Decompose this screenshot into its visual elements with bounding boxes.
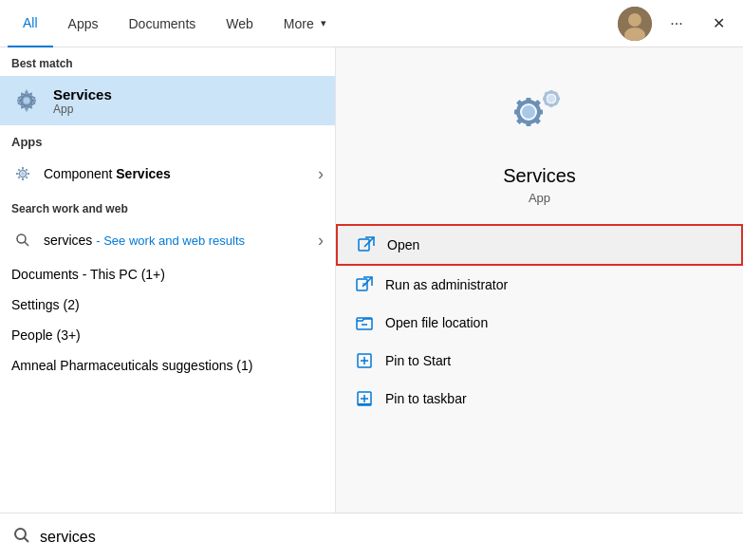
svg-rect-25 <box>549 103 552 107</box>
search-bar <box>0 513 743 560</box>
svg-line-21 <box>25 242 28 246</box>
component-services-text: Component Services <box>44 166 308 181</box>
svg-rect-24 <box>549 90 552 94</box>
documents-category-item[interactable]: Documents - This PC (1+) <box>0 259 335 289</box>
open-action-item[interactable]: Open <box>336 224 743 266</box>
right-panel: Services App Open <box>336 47 743 513</box>
svg-rect-26 <box>543 98 547 101</box>
detail-title: Services <box>503 165 576 187</box>
tab-web[interactable]: Web <box>211 0 269 47</box>
chevron-right-search-icon <box>318 231 324 251</box>
action-list: Open Run as administrator <box>336 224 743 418</box>
search-work-web-item[interactable]: services - See work and web results <box>0 221 335 259</box>
svg-point-1 <box>628 13 641 27</box>
svg-rect-13 <box>22 178 24 181</box>
open-file-location-label: Open file location <box>385 315 488 330</box>
settings-label: Settings (2) <box>11 297 324 312</box>
amneal-label: Amneal Pharmaceuticals suggestions (1) <box>11 358 324 373</box>
best-match-name: Services <box>53 86 112 103</box>
tab-apps[interactable]: Apps <box>53 0 114 47</box>
search-icon <box>11 229 34 252</box>
pin-to-taskbar-action-item[interactable]: Pin to taskbar <box>336 380 743 418</box>
avatar[interactable] <box>618 7 652 41</box>
nav-right: ··· ✕ <box>618 7 735 41</box>
svg-rect-18 <box>18 177 21 179</box>
search-input[interactable] <box>40 529 730 546</box>
svg-rect-14 <box>16 173 19 175</box>
open-label: Open <box>387 237 419 252</box>
pin-to-start-icon <box>355 351 374 370</box>
pin-to-start-action-item[interactable]: Pin to Start <box>336 342 743 380</box>
svg-point-33 <box>522 105 535 119</box>
open-file-location-action-item[interactable]: Open file location <box>336 304 743 342</box>
svg-rect-5 <box>26 91 28 94</box>
search-bar-icon <box>13 527 30 548</box>
detail-services-icon <box>502 76 578 152</box>
search-query-text: services - See work and web results <box>44 233 308 248</box>
svg-rect-35 <box>526 121 530 126</box>
settings-category-item[interactable]: Settings (2) <box>0 289 335 320</box>
svg-rect-46 <box>362 283 366 286</box>
svg-rect-36 <box>514 110 520 115</box>
component-services-icon <box>11 162 34 185</box>
svg-point-56 <box>15 529 26 539</box>
documents-label: Documents - This PC (1+) <box>11 267 324 282</box>
svg-rect-17 <box>26 169 28 172</box>
open-icon <box>357 235 376 254</box>
pin-to-start-label: Pin to Start <box>385 353 451 368</box>
svg-rect-27 <box>556 98 560 101</box>
run-as-admin-label: Run as administrator <box>385 277 508 292</box>
left-panel: Best match <box>0 47 336 513</box>
search-window: All Apps Documents Web More ▾ · <box>0 0 743 560</box>
close-button[interactable]: ✕ <box>701 7 735 41</box>
svg-rect-6 <box>26 107 28 110</box>
svg-point-20 <box>17 234 26 243</box>
svg-point-9 <box>24 98 30 104</box>
svg-point-11 <box>21 172 25 176</box>
best-match-label: Best match <box>0 47 335 76</box>
run-as-admin-action-item[interactable]: Run as administrator <box>336 266 743 304</box>
content-area: Best match <box>0 47 743 513</box>
nav-tabs: All Apps Documents Web More ▾ · <box>0 0 743 47</box>
component-services-item[interactable]: Component Services <box>0 155 335 193</box>
amneal-category-item[interactable]: Amneal Pharmaceuticals suggestions (1) <box>0 350 335 381</box>
svg-rect-42 <box>359 239 369 251</box>
svg-rect-19 <box>26 177 28 179</box>
open-file-location-icon <box>355 313 374 332</box>
svg-rect-8 <box>33 100 36 103</box>
apps-section-label: Apps <box>0 125 335 155</box>
run-as-admin-icon <box>355 275 374 294</box>
more-options-button[interactable]: ··· <box>659 7 694 41</box>
svg-rect-34 <box>526 98 530 103</box>
pin-to-taskbar-icon <box>355 389 374 408</box>
avatar-image <box>618 7 652 41</box>
tab-all[interactable]: All <box>8 0 53 47</box>
search-work-web-label: Search work and web <box>0 193 335 221</box>
tab-documents[interactable]: Documents <box>113 0 211 47</box>
chevron-right-icon <box>318 164 324 184</box>
svg-rect-15 <box>28 173 30 175</box>
svg-rect-47 <box>357 318 372 329</box>
chevron-down-icon: ▾ <box>321 17 326 29</box>
people-label: People (3+) <box>11 327 324 343</box>
svg-line-57 <box>25 537 29 542</box>
svg-rect-7 <box>17 100 20 103</box>
pin-to-taskbar-label: Pin to taskbar <box>385 391 467 406</box>
tab-more[interactable]: More ▾ <box>269 0 342 47</box>
people-category-item[interactable]: People (3+) <box>0 320 335 350</box>
svg-rect-37 <box>537 110 543 115</box>
detail-type: App <box>529 191 550 205</box>
svg-rect-16 <box>18 169 21 172</box>
svg-rect-12 <box>22 167 24 170</box>
svg-point-23 <box>548 95 555 103</box>
best-match-type: App <box>53 103 112 116</box>
services-app-icon <box>11 85 42 116</box>
best-match-item[interactable]: Services App <box>0 76 335 125</box>
